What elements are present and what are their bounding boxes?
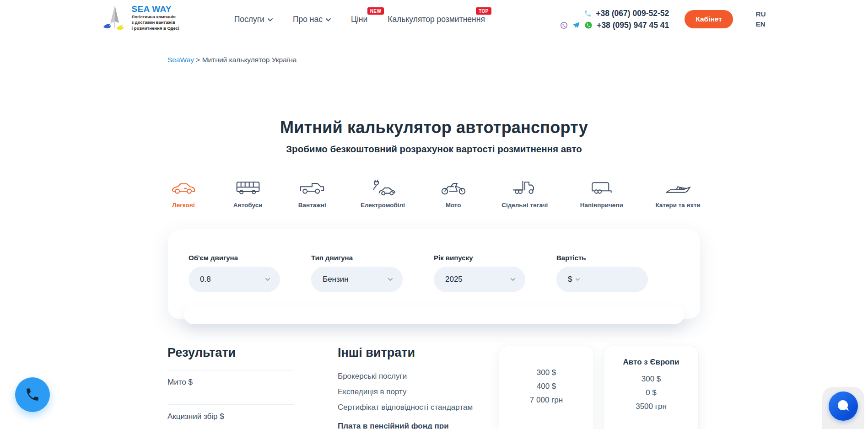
other-cost-item: Брокерські послуги — [338, 372, 490, 381]
result-row-duty: Мито $ — [167, 370, 294, 404]
chevron-down-icon — [511, 278, 515, 281]
price-value: 7 000 грн — [530, 396, 563, 405]
chevron-down-icon — [388, 278, 393, 281]
year-field: Рік випуску 2025 — [434, 254, 525, 292]
chevron-down-icon — [326, 18, 331, 21]
tab-semi-trailers[interactable]: Напівпричепи — [580, 179, 623, 209]
top-badge: TOP — [476, 7, 491, 15]
price-card-europe: Авто з Європи 300 $ 0 $ 3500 грн — [604, 346, 699, 429]
results-section: Результати Мито $ Акцизний збір $ — [167, 346, 294, 429]
page-subtitle: Зробимо безкоштовний розрахунок вартості… — [167, 144, 701, 155]
trailer-icon — [588, 179, 615, 196]
lang-en[interactable]: EN — [756, 20, 766, 29]
chevron-down-icon — [268, 18, 273, 21]
year-select[interactable]: 2025 — [434, 267, 525, 292]
price-value: 300 $ — [642, 375, 661, 384]
phone-icon — [25, 387, 40, 402]
truck-icon — [299, 179, 325, 196]
semi-truck-icon — [512, 179, 538, 196]
other-costs-section: Інші витрати Брокерські послуги Експедиц… — [338, 346, 490, 429]
chat-fab-button[interactable] — [829, 391, 858, 421]
vehicle-type-tabs: Легкові Автобуси Вантажні — [167, 179, 701, 209]
page-title: Митний калькулятор автотранспорту — [167, 118, 701, 137]
calculator-form-card: Об'єм двигуна 0.8 Тип двигуна Бензин Рік… — [167, 229, 701, 319]
other-cost-item: Сертифікат відповідності стандартам — [338, 403, 490, 412]
cabinet-button[interactable]: Кабінет — [685, 10, 733, 28]
engine-volume-select[interactable]: 0.8 — [189, 267, 280, 292]
call-fab-button[interactable] — [15, 377, 50, 412]
yacht-icon — [665, 179, 691, 196]
breadcrumb-separator: > — [196, 56, 200, 64]
language-switcher: RU EN — [756, 10, 766, 29]
paper-boat-logo-icon — [102, 4, 127, 34]
price-card-title: Авто з Європи — [604, 358, 698, 367]
viber-icon[interactable] — [560, 21, 568, 29]
pension-fund-note: Плата в пенсійний фонд при реєстрації МР… — [338, 420, 490, 429]
logo[interactable]: SEA WAY Логістична компанія з доставки в… — [102, 4, 179, 34]
phone-link-1[interactable]: +38 (067) 009-52-52 — [584, 9, 669, 18]
price-value: 300 $ — [537, 368, 556, 377]
tab-trucks[interactable]: Вантажні — [296, 179, 328, 209]
tab-electric-cars[interactable]: Електромобілі — [361, 179, 405, 209]
nav-item-services[interactable]: Послуги — [234, 15, 273, 24]
phone-link-2[interactable]: +38 (095) 947 45 41 — [560, 21, 669, 30]
price-field: Вартість $ — [556, 254, 648, 292]
tab-cars[interactable]: Легкові — [167, 179, 199, 209]
logo-tagline: Логістична компанія з доставки вантажів … — [132, 14, 179, 31]
telegram-icon[interactable] — [572, 21, 580, 29]
new-badge: NEW — [367, 7, 384, 15]
other-cost-item: Експедиція в порту — [338, 387, 490, 397]
price-value: 0 $ — [646, 388, 657, 397]
nav-item-prices[interactable]: Ціни NEW — [351, 15, 367, 24]
chat-icon — [836, 398, 851, 414]
engine-volume-field: Об'єм двигуна 0.8 — [189, 254, 280, 292]
chat-widget — [822, 387, 864, 429]
results-title: Результати — [167, 346, 294, 360]
logo-title: SEA WAY — [132, 4, 172, 14]
tab-buses[interactable]: Автобуси — [232, 179, 264, 209]
main-nav: Послуги Про нас Ціни NEW Калькулятор роз… — [234, 15, 485, 24]
chevron-down-icon — [576, 278, 580, 281]
breadcrumb-home-link[interactable]: SeaWay — [167, 56, 194, 64]
header-contacts: +38 (067) 009-52-52 +38 (095) 947 45 41 — [560, 9, 669, 30]
breadcrumb-current: Митний калькулятор Україна — [202, 56, 297, 64]
tab-moto[interactable]: Мото — [437, 179, 469, 209]
electric-car-icon — [369, 179, 396, 196]
nav-item-customs-calculator[interactable]: Калькулятор розмитнення TOP — [388, 15, 485, 24]
other-costs-title: Інші витрати — [338, 346, 490, 360]
result-row-excise: Акцизний збір $ — [167, 405, 294, 429]
price-cards: 300 $ 400 $ 7 000 грн Авто з Європи 300 … — [499, 346, 699, 429]
engine-type-select[interactable]: Бензин — [311, 267, 403, 292]
motorcycle-icon — [440, 179, 467, 196]
chevron-down-icon — [265, 278, 270, 281]
lang-ru[interactable]: RU — [756, 10, 766, 19]
price-card-generic: 300 $ 400 $ 7 000 грн — [499, 346, 594, 429]
price-value: 400 $ — [537, 382, 556, 391]
car-icon — [170, 179, 197, 196]
price-value: 3500 грн — [636, 402, 667, 411]
price-currency-input[interactable]: $ — [556, 267, 648, 292]
engine-type-field: Тип двигуна Бензин — [311, 254, 403, 292]
nav-item-about[interactable]: Про нас — [293, 15, 331, 24]
tab-semi-trucks[interactable]: Сідельні тягачі — [501, 179, 548, 209]
site-header: SEA WAY Логістична компанія з доставки в… — [0, 0, 868, 40]
bus-icon — [235, 179, 261, 196]
breadcrumb: SeaWay > Митний калькулятор Україна — [167, 56, 701, 64]
tab-boats-yachts[interactable]: Катери та яхти — [655, 179, 701, 209]
whatsapp-icon[interactable] — [584, 21, 593, 29]
phone-icon — [584, 10, 592, 17]
